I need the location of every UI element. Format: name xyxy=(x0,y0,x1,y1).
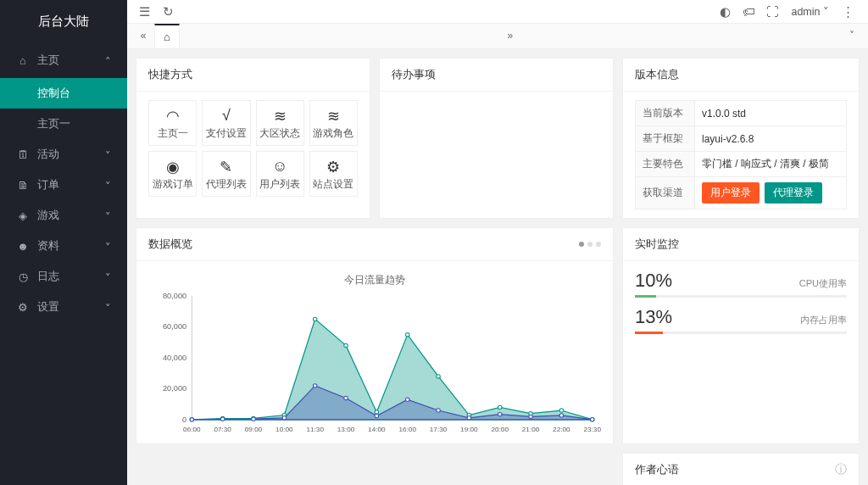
quick-label: 代理列表 xyxy=(206,178,247,191)
fullscreen-icon[interactable]: ⛶ xyxy=(760,0,784,24)
content: 快捷方式 ◠主页一√支付设置≋大区状态≋游戏角色◉游戏订单✎代理列表☺用户列表⚙… xyxy=(127,49,868,485)
sidebar-item-label: 资料 xyxy=(37,238,59,254)
calendar-icon: 🗓 xyxy=(17,148,29,161)
svg-text:13:00: 13:00 xyxy=(337,426,355,433)
gauge-icon: ◠ xyxy=(166,107,180,125)
agent-login-button[interactable]: 代理登录 xyxy=(765,182,822,203)
svg-text:11:30: 11:30 xyxy=(306,426,324,433)
svg-point-48 xyxy=(590,418,594,421)
sidebar-item-setting[interactable]: ⚙设置˅ xyxy=(0,292,127,322)
user-icon: ☻ xyxy=(17,240,29,253)
admin-label: admin xyxy=(791,6,820,18)
quick-item[interactable]: ◠主页一 xyxy=(148,100,197,146)
quick-item[interactable]: ⚙站点设置 xyxy=(309,151,358,197)
sidebar-item-label: 主页一 xyxy=(37,117,70,131)
quick-item[interactable]: ✎代理列表 xyxy=(202,151,250,197)
card-todo: 待办事项 xyxy=(379,58,614,219)
quick-item[interactable]: ◉游戏订单 xyxy=(148,151,197,197)
svg-text:22:00: 22:00 xyxy=(553,426,570,433)
quick-label: 大区状态 xyxy=(259,127,300,140)
quick-label: 站点设置 xyxy=(313,178,353,191)
chevron-down-icon: ˅ xyxy=(105,211,111,220)
theme-icon[interactable]: ◐ xyxy=(713,0,737,24)
compass-icon: ◉ xyxy=(166,158,180,176)
svg-point-28 xyxy=(405,332,409,336)
sidebar-item-log[interactable]: ◷日志˅ xyxy=(0,261,127,292)
carousel-dots[interactable] xyxy=(579,242,601,247)
gear-icon: ⚙ xyxy=(326,158,340,176)
quick-label: 支付设置 xyxy=(206,127,247,140)
menu-toggle-icon[interactable]: ☰ xyxy=(132,0,156,24)
svg-text:0: 0 xyxy=(182,415,186,424)
quick-item[interactable]: ☺用户列表 xyxy=(256,151,304,197)
card-version: 版本信息 当前版本v1.0.0 std基于框架layui-v2.6.8主要特色零… xyxy=(622,58,860,219)
sidebar-item-console[interactable]: 控制台 xyxy=(0,78,127,109)
svg-point-43 xyxy=(437,409,441,412)
tab-more[interactable]: ˅ xyxy=(841,23,863,48)
svg-point-31 xyxy=(498,405,502,409)
svg-point-36 xyxy=(220,417,225,421)
svg-text:17:30: 17:30 xyxy=(430,426,448,433)
clock-icon: ◷ xyxy=(17,270,29,283)
svg-point-38 xyxy=(282,416,287,420)
card-title: 作者心语 xyxy=(635,462,679,477)
sidebar-item-game[interactable]: ◈游戏˅ xyxy=(0,200,127,231)
cpu-label: CPU使用率 xyxy=(799,277,847,290)
svg-text:23:30: 23:30 xyxy=(583,426,601,433)
version-val: layui-v2.6.8 xyxy=(695,126,847,152)
svg-text:19:00: 19:00 xyxy=(460,426,478,433)
note-icon[interactable]: 🏷 xyxy=(737,0,760,24)
admin-menu[interactable]: admin ˅ xyxy=(784,5,836,18)
svg-text:16:00: 16:00 xyxy=(398,426,416,433)
sidebar-item-home[interactable]: ⌂ 主页 ˄ xyxy=(0,42,127,78)
sidebar-item-home1[interactable]: 主页一 xyxy=(0,109,127,139)
quick-item[interactable]: √支付设置 xyxy=(202,100,250,146)
card-quick: 快捷方式 ◠主页一√支付设置≋大区状态≋游戏角色◉游戏订单✎代理列表☺用户列表⚙… xyxy=(136,58,370,219)
info-icon[interactable]: ⓘ xyxy=(835,462,847,477)
chevron-down-icon: ˅ xyxy=(105,272,111,282)
logo: 后台大陆 xyxy=(0,0,127,42)
chevron-down-icon: ˅ xyxy=(105,181,111,190)
sidebar-item-data[interactable]: ☻资料˅ xyxy=(0,231,127,261)
pulse-icon: √ xyxy=(222,107,231,125)
svg-text:06:00: 06:00 xyxy=(183,426,201,433)
svg-point-35 xyxy=(190,418,194,421)
user-login-button[interactable]: 用户登录 xyxy=(702,182,760,203)
more-icon[interactable]: ⋮ xyxy=(836,0,860,24)
svg-text:20,000: 20,000 xyxy=(163,385,186,393)
cpu-value: 10% xyxy=(635,270,672,292)
svg-point-46 xyxy=(529,415,533,418)
tab-prev[interactable]: « xyxy=(132,23,154,48)
sidebar: 后台大陆 ⌂ 主页 ˄ 控制台 主页一 🗓活动˅ 🗎订单˅ ◈游戏˅ ☻资料˅ … xyxy=(0,0,127,485)
svg-text:80,000: 80,000 xyxy=(163,292,186,300)
gear-icon: ⚙ xyxy=(17,301,29,314)
tab-next[interactable]: » xyxy=(499,23,521,48)
quick-item[interactable]: ≋大区状态 xyxy=(256,100,304,146)
card-data: 数据概览 今日流量趋势 020,00040,00060,00080,00006:… xyxy=(136,227,614,444)
chart-title: 今日流量趋势 xyxy=(148,270,601,291)
mem-label: 内存占用率 xyxy=(800,314,847,326)
version-val: 零门槛 / 响应式 / 清爽 / 极简 xyxy=(695,152,847,177)
mem-value: 13% xyxy=(635,306,672,328)
svg-text:40,000: 40,000 xyxy=(163,354,186,362)
svg-point-45 xyxy=(498,412,502,415)
tab-home[interactable]: ⌂ xyxy=(154,24,180,48)
svg-text:60,000: 60,000 xyxy=(163,323,186,332)
svg-text:07:30: 07:30 xyxy=(214,426,231,433)
card-monitor: 实时监控 10%CPU使用率 13%内存占用率 xyxy=(622,227,860,444)
svg-point-29 xyxy=(437,375,441,378)
version-key: 获取渠道 xyxy=(636,177,695,209)
svg-point-40 xyxy=(344,396,348,399)
quick-item[interactable]: ≋游戏角色 xyxy=(309,100,358,146)
monitor-mem: 13%内存占用率 xyxy=(635,306,847,334)
layers-icon: ≋ xyxy=(327,107,340,125)
card-title: 数据概览 xyxy=(148,237,192,252)
sidebar-item-activity[interactable]: 🗓活动˅ xyxy=(0,139,127,170)
svg-point-39 xyxy=(313,384,317,387)
sidebar-item-order[interactable]: 🗎订单˅ xyxy=(0,170,127,200)
svg-text:10:00: 10:00 xyxy=(275,426,293,433)
diamond-icon: ◈ xyxy=(17,209,29,222)
refresh-icon[interactable]: ↻ xyxy=(156,0,180,24)
svg-point-41 xyxy=(375,414,379,417)
svg-point-42 xyxy=(405,398,409,401)
